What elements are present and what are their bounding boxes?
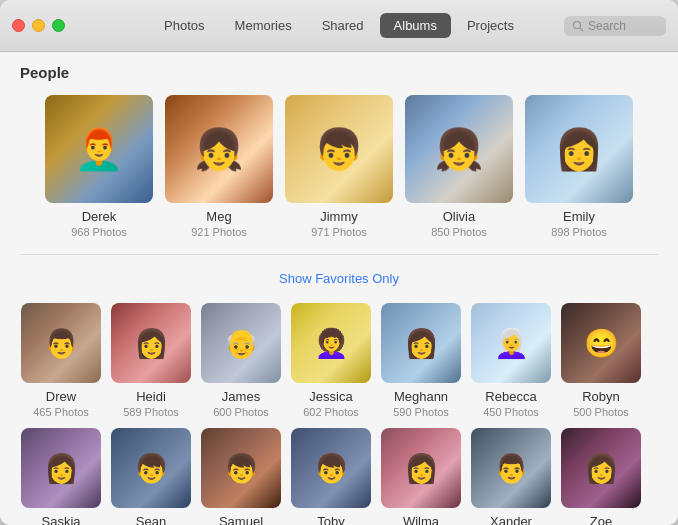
person-card-sean[interactable]: 👦 Sean 398 Photos: [110, 428, 192, 525]
person-count-heidi: 589 Photos: [123, 406, 179, 418]
person-card-meghann[interactable]: 👩 Meghann 590 Photos: [380, 303, 462, 418]
person-name-toby: Toby: [317, 514, 344, 525]
person-photo-jimmy: 👦: [285, 95, 393, 203]
person-photo-saskia: 👩: [21, 428, 101, 508]
content-area[interactable]: People 👨‍🦰 Derek 968 Photos 👧 Meg 921 Ph…: [0, 52, 678, 525]
person-count-olivia: 850 Photos: [431, 226, 487, 238]
person-photo-emily: 👩: [525, 95, 633, 203]
person-photo-meg: 👧: [165, 95, 273, 203]
person-photo-james: 👴: [201, 303, 281, 383]
person-card-drew[interactable]: 👨 Drew 465 Photos: [20, 303, 102, 418]
close-button[interactable]: [12, 19, 25, 32]
person-name-drew: Drew: [46, 389, 76, 404]
person-card-robyn[interactable]: 😄 Robyn 500 Photos: [560, 303, 642, 418]
people-row-2: 👩 Saskia 749 Photos 👦 Sean 398 Photos 👦 …: [20, 428, 658, 525]
person-card-derek[interactable]: 👨‍🦰 Derek 968 Photos: [44, 95, 154, 238]
minimize-button[interactable]: [32, 19, 45, 32]
person-card-heidi[interactable]: 👩 Heidi 589 Photos: [110, 303, 192, 418]
person-card-olivia[interactable]: 👧 Olivia 850 Photos: [404, 95, 514, 238]
person-photo-olivia: 👧: [405, 95, 513, 203]
person-card-rebecca[interactable]: 👩‍🦳 Rebecca 450 Photos: [470, 303, 552, 418]
tab-albums[interactable]: Albums: [380, 13, 451, 38]
person-count-emily: 898 Photos: [551, 226, 607, 238]
person-name-saskia: Saskia: [41, 514, 80, 525]
person-card-wilma[interactable]: 👩 Wilma 603 Photos: [380, 428, 462, 525]
person-photo-drew: 👨: [21, 303, 101, 383]
person-card-toby[interactable]: 👦 Toby 885 Photos: [290, 428, 372, 525]
person-count-robyn: 500 Photos: [573, 406, 629, 418]
person-name-robyn: Robyn: [582, 389, 620, 404]
person-count-jessica: 602 Photos: [303, 406, 359, 418]
nav-tabs: Photos Memories Shared Albums Projects: [150, 13, 528, 38]
people-row-1: 👨 Drew 465 Photos 👩 Heidi 589 Photos 👴 J…: [20, 303, 658, 418]
person-photo-derek: 👨‍🦰: [45, 95, 153, 203]
person-photo-xander: 👨: [471, 428, 551, 508]
person-card-xander[interactable]: 👨 Xander 928 Photos: [470, 428, 552, 525]
person-name-jimmy: Jimmy: [320, 209, 358, 224]
tab-projects[interactable]: Projects: [453, 13, 528, 38]
person-card-zoe[interactable]: 👩 Zoe 130 Photos: [560, 428, 642, 525]
person-photo-rebecca: 👩‍🦳: [471, 303, 551, 383]
person-photo-jessica: 👩‍🦱: [291, 303, 371, 383]
person-name-zoe: Zoe: [590, 514, 612, 525]
tab-shared[interactable]: Shared: [308, 13, 378, 38]
person-count-drew: 465 Photos: [33, 406, 89, 418]
person-name-rebecca: Rebecca: [485, 389, 536, 404]
person-name-emily: Emily: [563, 209, 595, 224]
featured-people-row: 👨‍🦰 Derek 968 Photos 👧 Meg 921 Photos 👦 …: [20, 95, 658, 238]
tab-memories[interactable]: Memories: [221, 13, 306, 38]
app-window: Photos Memories Shared Albums Projects S…: [0, 0, 678, 525]
person-name-james: James: [222, 389, 260, 404]
person-photo-sean: 👦: [111, 428, 191, 508]
person-card-jessica[interactable]: 👩‍🦱 Jessica 602 Photos: [290, 303, 372, 418]
person-name-samuel: Samuel: [219, 514, 263, 525]
svg-line-1: [580, 27, 583, 30]
section-divider: [20, 254, 658, 255]
person-card-james[interactable]: 👴 James 600 Photos: [200, 303, 282, 418]
fullscreen-button[interactable]: [52, 19, 65, 32]
person-photo-samuel: 👦: [201, 428, 281, 508]
traffic-lights: [12, 19, 65, 32]
person-photo-meghann: 👩: [381, 303, 461, 383]
person-count-jimmy: 971 Photos: [311, 226, 367, 238]
person-photo-toby: 👦: [291, 428, 371, 508]
person-count-derek: 968 Photos: [71, 226, 127, 238]
person-name-meg: Meg: [206, 209, 231, 224]
person-name-heidi: Heidi: [136, 389, 166, 404]
person-name-derek: Derek: [82, 209, 117, 224]
svg-point-0: [574, 21, 581, 28]
show-favorites-link[interactable]: Show Favorites Only: [279, 271, 399, 286]
person-card-saskia[interactable]: 👩 Saskia 749 Photos: [20, 428, 102, 525]
tab-photos[interactable]: Photos: [150, 13, 218, 38]
person-name-sean: Sean: [136, 514, 166, 525]
person-name-meghann: Meghann: [394, 389, 448, 404]
person-photo-robyn: 😄: [561, 303, 641, 383]
person-photo-wilma: 👩: [381, 428, 461, 508]
person-count-james: 600 Photos: [213, 406, 269, 418]
person-name-olivia: Olivia: [443, 209, 476, 224]
person-count-meg: 921 Photos: [191, 226, 247, 238]
person-card-emily[interactable]: 👩 Emily 898 Photos: [524, 95, 634, 238]
person-card-samuel[interactable]: 👦 Samuel 776 Photos: [200, 428, 282, 525]
person-card-jimmy[interactable]: 👦 Jimmy 971 Photos: [284, 95, 394, 238]
search-bar[interactable]: Search: [564, 16, 666, 36]
person-count-meghann: 590 Photos: [393, 406, 449, 418]
person-count-rebecca: 450 Photos: [483, 406, 539, 418]
person-name-xander: Xander: [490, 514, 532, 525]
person-card-meg[interactable]: 👧 Meg 921 Photos: [164, 95, 274, 238]
person-name-jessica: Jessica: [309, 389, 352, 404]
person-photo-zoe: 👩: [561, 428, 641, 508]
titlebar: Photos Memories Shared Albums Projects S…: [0, 0, 678, 52]
search-icon: [572, 20, 584, 32]
person-name-wilma: Wilma: [403, 514, 439, 525]
person-photo-heidi: 👩: [111, 303, 191, 383]
search-input[interactable]: Search: [588, 19, 658, 33]
section-title: People: [20, 64, 658, 81]
show-favorites-section: Show Favorites Only: [20, 269, 658, 287]
